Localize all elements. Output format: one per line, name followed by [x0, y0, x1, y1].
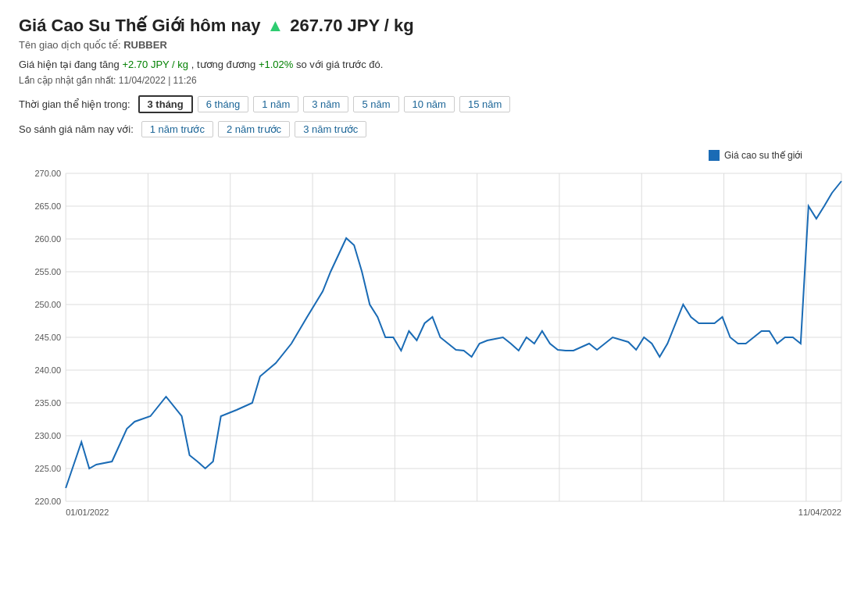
legend-color-box	[709, 150, 720, 161]
svg-text:240.00: 240.00	[34, 365, 61, 375]
time-btn-10nam[interactable]: 10 năm	[404, 96, 455, 112]
current-price: 267.70 JPY / kg	[290, 16, 414, 36]
svg-text:250.00: 250.00	[34, 300, 61, 309]
time-btn-3thang[interactable]: 3 tháng	[138, 95, 193, 113]
ticker-label: Tên giao dịch quốc tế:	[19, 39, 121, 51]
svg-text:225.00: 225.00	[34, 464, 61, 473]
price-line	[66, 181, 841, 488]
update-label: Lần cập nhật gần nhất:	[19, 75, 116, 86]
time-btn-6thang[interactable]: 6 tháng	[198, 96, 248, 112]
compare-filter-label: So sánh giá năm nay với:	[19, 123, 134, 135]
svg-text:255.00: 255.00	[34, 267, 61, 276]
compare-filter-row: So sánh giá năm nay với: 1 năm trước 2 n…	[19, 121, 849, 137]
chart-container: Giá cao su thế giới 270.00 265.00	[19, 150, 849, 525]
legend-label: Giá cao su thế giới	[724, 150, 802, 161]
compare-btn-2year[interactable]: 2 năm trước	[218, 121, 290, 137]
change-percent: +1.02%	[259, 59, 293, 70]
time-btn-1nam[interactable]: 1 năm	[253, 96, 298, 112]
compare-btn-1year[interactable]: 1 năm trước	[141, 121, 213, 137]
change-value: +2.70 JPY / kg	[122, 59, 188, 70]
page-title: Giá Cao Su Thế Giới hôm nay	[19, 16, 260, 36]
compare-btn-3year[interactable]: 3 năm trước	[295, 121, 366, 137]
svg-text:230.00: 230.00	[34, 431, 61, 440]
svg-text:11/04/2022: 11/04/2022	[798, 508, 841, 517]
svg-text:265.00: 265.00	[34, 201, 61, 211]
update-value: 11/04/2022 | 11:26	[119, 75, 197, 86]
time-filter-label: Thời gian thể hiện trong:	[19, 98, 130, 110]
change-middle: , tương đương	[191, 59, 256, 70]
chart-legend: Giá cao su thế giới	[709, 150, 802, 161]
price-chart: 270.00 265.00 260.00 255.00 250.00 245.0…	[19, 150, 849, 525]
time-btn-3nam[interactable]: 3 năm	[303, 96, 348, 112]
svg-text:01/01/2022: 01/01/2022	[66, 508, 109, 517]
svg-text:270.00: 270.00	[34, 169, 61, 178]
time-filter-row: Thời gian thể hiện trong: 3 tháng 6 thán…	[19, 95, 849, 113]
svg-text:245.00: 245.00	[34, 333, 61, 342]
change-suffix: so với giá trước đó.	[296, 59, 383, 70]
change-prefix: Giá hiện tại đang tăng	[19, 59, 120, 70]
time-btn-15nam[interactable]: 15 năm	[459, 96, 510, 112]
price-direction-icon: ▲	[266, 16, 284, 36]
time-btn-5nam[interactable]: 5 năm	[353, 96, 398, 112]
ticker-value: RUBBER	[123, 39, 167, 51]
svg-text:235.00: 235.00	[34, 398, 61, 408]
svg-text:260.00: 260.00	[34, 234, 61, 244]
svg-text:220.00: 220.00	[34, 497, 61, 506]
